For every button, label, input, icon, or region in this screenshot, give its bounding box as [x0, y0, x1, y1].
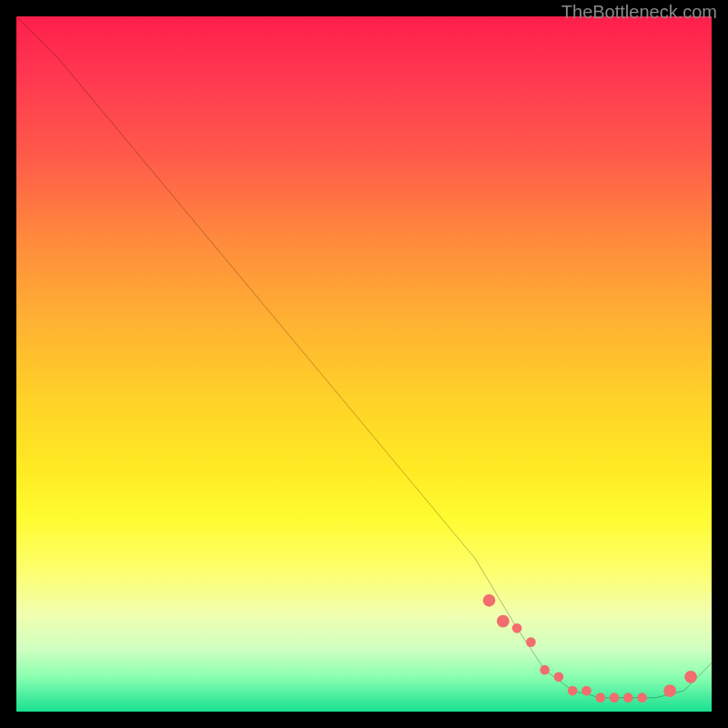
chart-container: TheBottleneck.com: [0, 0, 728, 728]
watermark-text: TheBottleneck.com: [561, 2, 717, 23]
valley-marker: [568, 686, 578, 696]
valley-marker: [512, 623, 522, 633]
bottleneck-curve: [16, 16, 712, 698]
valley-marker: [497, 615, 510, 628]
valley-marker: [526, 637, 536, 647]
valley-marker: [663, 684, 676, 697]
valley-marker: [581, 686, 592, 696]
valley-marker: [610, 693, 620, 703]
plot-area: [16, 16, 712, 712]
valley-marker: [623, 693, 633, 703]
valley-marker: [595, 693, 605, 703]
valley-marker: [684, 671, 697, 683]
valley-markers: [483, 594, 697, 703]
valley-marker: [540, 665, 550, 675]
valley-marker: [483, 594, 496, 607]
curve-svg: [16, 16, 712, 712]
valley-marker: [554, 672, 564, 682]
valley-marker: [637, 693, 647, 703]
